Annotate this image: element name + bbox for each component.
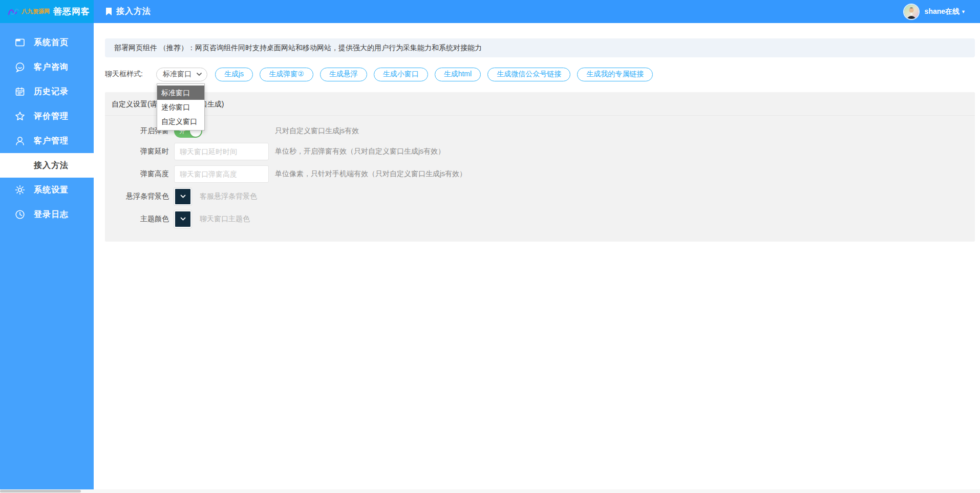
notice-bar: 部署网页组件 （推荐）：网页咨询组件同时支持桌面网站和移动网站，提供强大的用户行… — [105, 38, 975, 57]
avatar — [903, 4, 920, 20]
sidebar-item-label: 客户管理 — [34, 136, 69, 146]
form-row-floatbar-color: 悬浮条背景色 客服悬浮条背景色 — [105, 188, 975, 205]
generate-js-button[interactable]: 生成js — [215, 68, 253, 81]
bookmark-icon — [105, 7, 113, 16]
form-row-popup-height: 弹窗高度 单位像素，只针对手机端有效（只对自定义窗口生成js有效） — [105, 165, 975, 183]
caret-down-icon: ▼ — [961, 9, 966, 14]
sidebar-item-label: 登录日志 — [34, 209, 69, 220]
dropdown-option-standard[interactable]: 标准窗口 — [157, 85, 204, 100]
topbar: 接入方法 shane在线 ▼ — [94, 0, 980, 23]
app-window: 八九资源网 善恶网客 系统首页 — [0, 0, 980, 493]
user-name: shane在线 — [925, 7, 960, 16]
logo[interactable]: 八九资源网 善恶网客 — [0, 0, 94, 23]
field-hint: 单位像素，只针对手机端有效（只对自定义窗口生成js有效） — [275, 169, 466, 179]
form-row-popup-toggle: 开启弹窗 开 只对自定义窗口生成js有效 — [105, 124, 975, 138]
chat-icon — [14, 61, 26, 73]
form-row-theme-color: 主题颜色 聊天窗口主题色 — [105, 210, 975, 228]
dropdown-option-mini[interactable]: 迷你窗口 — [157, 100, 204, 114]
chat-style-select-wrap: 标准窗口 标准窗口 迷你窗口 自定义窗口 — [156, 68, 207, 81]
field-hint: 单位秒，开启弹窗有效（只对自定义窗口生成js有效） — [275, 147, 445, 156]
logo-text: 八九资源网 — [22, 8, 50, 15]
chat-style-label: 聊天框样式: — [105, 70, 156, 79]
field-label: 弹窗延时 — [105, 147, 169, 156]
popup-delay-input[interactable] — [174, 143, 269, 160]
main-content: 部署网页组件 （推荐）：网页咨询组件同时支持桌面网站和移动网站，提供强大的用户行… — [94, 23, 980, 493]
sidebar-item-label: 接入方法 — [34, 160, 69, 171]
chat-style-select-value: 标准窗口 — [163, 70, 191, 79]
chevron-down-icon — [180, 195, 186, 199]
sidebar-item-customers[interactable]: 客户管理 — [0, 128, 94, 153]
history-icon — [14, 86, 26, 97]
form-rows: 开启弹窗 开 只对自定义窗口生成js有效 弹窗延时 单位秒，开启弹窗有效（只对 — [105, 116, 975, 228]
sidebar-item-label: 历史记录 — [34, 87, 69, 97]
scrollbar-thumb[interactable] — [0, 490, 81, 492]
toolbar: 聊天框样式: 标准窗口 标准窗口 迷你窗口 自定义窗口 生成js 生成弹窗② 生… — [105, 67, 975, 81]
sidebar-item-login-log[interactable]: 登录日志 — [0, 202, 94, 227]
generate-small-window-button[interactable]: 生成小窗口 — [374, 68, 428, 81]
generate-popup-button[interactable]: 生成弹窗② — [260, 68, 313, 81]
field-hint: 聊天窗口主题色 — [200, 215, 250, 224]
users-icon — [14, 135, 26, 146]
gear-icon — [14, 184, 26, 196]
sidebar-item-label: 系统设置 — [34, 185, 69, 196]
field-label: 弹窗高度 — [105, 169, 169, 179]
app-name: 善恶网客 — [53, 6, 90, 17]
sidebar-item-history[interactable]: 历史记录 — [0, 79, 94, 104]
sidebar-item-access-method[interactable]: 接入方法 — [0, 153, 94, 178]
generate-float-button[interactable]: 生成悬浮 — [320, 68, 367, 81]
page-title: 接入方法 — [116, 6, 151, 17]
field-hint: 客服悬浮条背景色 — [200, 192, 257, 201]
sidebar-item-label: 客户咨询 — [34, 62, 69, 73]
generate-html-button[interactable]: 生成html — [435, 68, 481, 81]
chevron-down-icon — [180, 217, 186, 221]
popup-height-input[interactable] — [174, 165, 269, 183]
sidebar-item-consult[interactable]: 客户咨询 — [0, 55, 94, 79]
sidebar-item-reviews[interactable]: 评价管理 — [0, 104, 94, 128]
generate-wechat-link-button[interactable]: 生成微信公众号链接 — [487, 68, 570, 81]
field-hint: 只对自定义窗口生成js有效 — [275, 126, 359, 136]
panel-title: 自定义设置(请选择自定义窗口生成) — [105, 92, 975, 116]
chat-style-dropdown: 标准窗口 迷你窗口 自定义窗口 — [157, 83, 205, 131]
sidebar-item-label: 评价管理 — [34, 111, 69, 122]
floatbar-color-picker[interactable] — [174, 188, 191, 205]
horizontal-scrollbar[interactable] — [0, 489, 980, 493]
theme-color-picker[interactable] — [174, 210, 191, 228]
window-icon — [14, 37, 26, 48]
field-label: 悬浮条背景色 — [105, 192, 169, 201]
notice-text: 部署网页组件 （推荐）：网页咨询组件同时支持桌面网站和移动网站，提供强大的用户行… — [114, 44, 482, 53]
field-label: 主题颜色 — [105, 215, 169, 224]
chevron-down-icon — [197, 73, 202, 76]
clock-icon — [14, 209, 26, 220]
generate-exclusive-link-button[interactable]: 生成我的专属链接 — [577, 68, 653, 81]
dropdown-option-custom[interactable]: 自定义窗口 — [157, 114, 204, 128]
user-menu[interactable]: shane在线 ▼ — [903, 0, 966, 23]
sidebar-item-settings[interactable]: 系统设置 — [0, 178, 94, 202]
logo-swirl-icon — [7, 8, 19, 16]
sidebar-item-label: 系统首页 — [34, 37, 69, 48]
star-icon — [14, 111, 26, 122]
sidebar-nav: 系统首页 客户咨询 历 — [0, 23, 94, 227]
chat-style-select[interactable]: 标准窗口 — [156, 68, 207, 81]
custom-settings-panel: 自定义设置(请选择自定义窗口生成) 开启弹窗 开 只对自定义窗口生成js有效 弹… — [105, 92, 975, 242]
sidebar-item-home[interactable]: 系统首页 — [0, 30, 94, 55]
form-row-popup-delay: 弹窗延时 单位秒，开启弹窗有效（只对自定义窗口生成js有效） — [105, 143, 975, 160]
sidebar: 八九资源网 善恶网客 系统首页 — [0, 0, 94, 489]
